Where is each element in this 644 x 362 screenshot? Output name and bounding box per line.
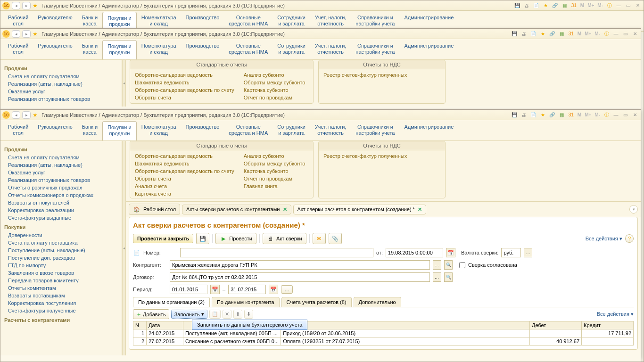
close-tab-icon[interactable]: ✕ [418,206,422,213]
nav-link[interactable]: Главная книга [244,182,305,190]
menu-item[interactable]: Покупки ипродажи [102,40,137,59]
dtab-org-data[interactable]: По данным организации (2) [133,297,210,307]
favorite-icon[interactable]: ★ [33,112,38,118]
add-row-button[interactable]: ＋Добавить [133,309,169,319]
nav-link[interactable]: Шахматная ведомость [135,79,234,86]
nav-link[interactable]: Оборотно-сальдовая ведомость [135,71,234,79]
period-from-input[interactable] [170,285,207,294]
max-icon[interactable]: ▭ [621,111,629,118]
nav-link[interactable]: Реализация (акты, накладные) [4,80,118,88]
period-more-button[interactable]: … [281,285,293,294]
nav-link[interactable]: Шахматная ведомость [135,160,234,167]
copy-icon[interactable]: 📄 [529,111,537,118]
currency-more-button[interactable]: … [524,248,532,257]
save-icon[interactable]: 💾 [513,2,521,9]
nav-link[interactable]: Оборотно-сальдовая ведомость по счету [135,167,234,175]
min-icon[interactable]: — [612,30,620,37]
copy-icon[interactable]: 📄 [532,2,540,9]
m-plus-btn[interactable]: M+ [584,31,592,36]
print-icon[interactable]: 🖨 [520,30,528,37]
favorite-icon[interactable]: ★ [33,2,38,9]
dtab-additional[interactable]: Дополнительно [354,297,401,307]
close-icon[interactable]: ✕ [634,2,642,9]
menu-item[interactable]: Руководителю [33,40,77,59]
agreed-checkbox[interactable] [459,262,465,268]
nav-link[interactable]: Обороты счета [135,175,234,182]
mail-button[interactable]: ✉ [313,233,326,244]
nav-link[interactable]: Возвраты от покупателей [4,199,118,206]
m-minus-btn[interactable]: M- [594,31,601,36]
nav-link[interactable]: Корректировка поступления [4,299,118,307]
calendar-button[interactable]: 📅 [446,248,455,257]
calendar-icon[interactable]: 31 [570,2,578,9]
menu-item[interactable]: Администрирование [399,40,458,59]
menu-item[interactable]: Основныесредства и НМА [224,121,272,140]
menu-item[interactable]: Рабочийстол [3,40,33,59]
tab-desktop[interactable]: 🏠 Рабочий стол [129,204,180,215]
nav-link[interactable]: Передача товаров комитенту [4,277,118,284]
info-icon[interactable]: ⓘ [605,2,613,9]
nav-link[interactable]: Оборотно-сальдовая ведомость по счету [135,86,234,94]
nav-link[interactable]: Корректировка реализации [4,206,118,214]
nav-link[interactable]: Реестр счетов-фактур полученных [323,71,407,79]
delete-row-button[interactable]: ✕ [223,310,231,319]
nav-link[interactable]: Счета-фактуры выданные [4,214,118,222]
dtab-counterparty-data[interactable]: По данным контрагента [212,297,280,307]
col-n[interactable]: N [133,321,147,329]
nav-link[interactable]: Реестр счетов-фактур полученных [323,152,407,160]
dtab-accounts[interactable]: Счета учета расчетов (8) [281,297,352,307]
star2-icon[interactable]: ★ [539,111,547,118]
max-icon[interactable]: ▭ [624,2,632,9]
number-input[interactable] [180,248,373,257]
calendar-icon[interactable]: 31 [567,111,575,118]
menu-item[interactable]: Учет, налоги,отчетность [310,40,351,59]
save-button[interactable]: 💾 [196,233,209,244]
nav-link[interactable]: ГТД по импорту [4,262,118,269]
nav-link[interactable]: Карточка счета [135,190,234,197]
menu-item[interactable]: Номенклатураи склад [137,121,181,140]
close-icon[interactable]: ✕ [631,30,639,37]
nav-link[interactable]: Поступление (акты, накладные) [4,247,118,254]
nav-link[interactable]: Счета на оплату покупателям [4,154,118,161]
m-btn[interactable]: M [579,3,585,8]
menu-item[interactable]: Сотрудникии зарплата [272,40,310,59]
nav-fwd-icon[interactable]: ▸ [22,111,31,119]
m-plus-btn[interactable]: M+ [584,112,592,117]
nav-link[interactable]: Отчет по проводкам [244,175,305,182]
info-icon[interactable]: ⓘ [603,30,611,37]
menu-item[interactable]: Учет, налоги,отчетность [310,121,351,140]
contract-input[interactable] [170,272,430,282]
menu-item[interactable]: Рабочийстол [3,121,33,140]
menu-item[interactable]: Номенклатураи склад [137,40,181,59]
menu-item[interactable]: Справочники инастройки учета [351,40,399,59]
menu-item[interactable]: Покупки ипродажи [102,121,137,140]
menu-item[interactable]: Справочники инастройки учета [351,121,399,140]
nav-link[interactable]: Реализация отгруженных товаров [4,95,118,103]
currency-input[interactable] [501,248,521,257]
star2-icon[interactable]: ★ [542,2,550,9]
min-icon[interactable]: — [612,111,620,118]
link-icon[interactable]: 🔗 [551,2,559,9]
link-icon[interactable]: 🔗 [548,30,556,37]
calc-icon[interactable]: ▦ [558,111,566,118]
calc-icon[interactable]: ▦ [561,2,569,9]
post-button[interactable]: ▶Провести [215,233,256,244]
print-icon[interactable]: 🖨 [520,111,528,118]
nav-link[interactable]: Обороты между субконто [244,160,305,167]
nav-link[interactable]: Отчет по проводкам [244,94,305,101]
nav-link[interactable]: Доверенности [4,231,118,239]
menu-item[interactable]: Администрирование [399,121,458,140]
nav-link[interactable]: Оказание услуг [4,169,118,176]
post-and-close-button[interactable]: Провести и закрыть [133,234,193,243]
nav-link[interactable]: Анализ субконто [244,152,305,160]
nav-link[interactable]: Оборотно-сальдовая ведомость [135,152,234,160]
close-tab-icon[interactable]: ✕ [283,206,287,213]
col-debit[interactable]: Дебет [530,321,582,329]
favorite-icon[interactable]: ★ [33,31,38,37]
menu-item[interactable]: Основныесредства и НМА [224,40,272,59]
expand-tabs-button[interactable]: ▾ [629,205,638,214]
tab-act-create[interactable]: Акт сверки расчетов с контрагентом (созд… [293,205,426,214]
act-report-button[interactable]: 🖨Акт сверки [263,233,306,244]
m-minus-btn[interactable]: M- [594,112,601,117]
menu-item[interactable]: Руководителю [33,121,77,140]
